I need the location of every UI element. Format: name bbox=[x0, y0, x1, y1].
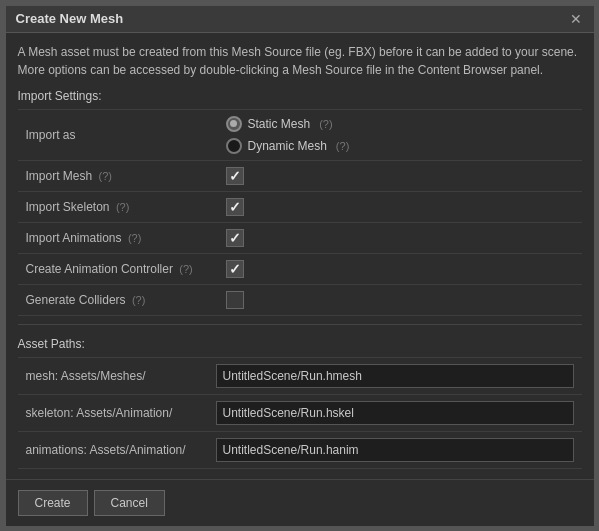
title-bar: Create New Mesh ✕ bbox=[6, 6, 594, 33]
import-animations-help: (?) bbox=[128, 232, 141, 244]
import-mesh-checkbox[interactable]: ✓ bbox=[226, 167, 244, 185]
dialog-footer: Create Cancel bbox=[6, 479, 594, 526]
mesh-path-input-cell bbox=[208, 357, 582, 394]
create-button[interactable]: Create bbox=[18, 490, 88, 516]
static-mesh-radio-row[interactable]: Static Mesh (?) bbox=[226, 116, 574, 132]
asset-paths-section: Asset Paths: mesh: Assets/Meshes/ skelet… bbox=[18, 337, 582, 469]
import-as-label: Import as bbox=[18, 109, 218, 160]
import-skeleton-label-cell: Import Skeleton (?) bbox=[18, 191, 218, 222]
create-animation-controller-label-cell: Create Animation Controller (?) bbox=[18, 253, 218, 284]
skeleton-path-row: skeleton: Assets/Animation/ bbox=[18, 394, 582, 431]
mesh-path-label: mesh: Assets/Meshes/ bbox=[18, 357, 208, 394]
import-mesh-label-cell: Import Mesh (?) bbox=[18, 160, 218, 191]
create-animation-controller-row: Create Animation Controller (?) ✓ bbox=[18, 253, 582, 284]
dynamic-mesh-label: Dynamic Mesh bbox=[248, 139, 327, 153]
dynamic-mesh-radio-row[interactable]: Dynamic Mesh (?) bbox=[226, 138, 574, 154]
import-mesh-checkbox-cell: ✓ bbox=[218, 160, 582, 191]
skeleton-path-input-cell bbox=[208, 394, 582, 431]
skeleton-path-input[interactable] bbox=[216, 401, 574, 425]
import-skeleton-checkbox[interactable]: ✓ bbox=[226, 198, 244, 216]
create-new-mesh-dialog: Create New Mesh ✕ A Mesh asset must be c… bbox=[5, 5, 595, 527]
import-as-row: Import as Static Mesh (?) Dynamic Mesh (… bbox=[18, 109, 582, 160]
generate-colliders-row: Generate Colliders (?) bbox=[18, 284, 582, 315]
animations-path-label: animations: Assets/Animation/ bbox=[18, 431, 208, 468]
static-mesh-radio[interactable] bbox=[226, 116, 242, 132]
create-animation-controller-checkbox[interactable]: ✓ bbox=[226, 260, 244, 278]
dynamic-mesh-radio[interactable] bbox=[226, 138, 242, 154]
close-button[interactable]: ✕ bbox=[568, 11, 584, 27]
import-animations-checkbox-cell: ✓ bbox=[218, 222, 582, 253]
generate-colliders-checkbox[interactable] bbox=[226, 291, 244, 309]
cancel-button[interactable]: Cancel bbox=[94, 490, 165, 516]
generate-colliders-checkbox-cell bbox=[218, 284, 582, 315]
import-skeleton-help: (?) bbox=[116, 201, 129, 213]
import-skeleton-checkbox-cell: ✓ bbox=[218, 191, 582, 222]
import-animations-row: Import Animations (?) ✓ bbox=[18, 222, 582, 253]
static-mesh-help: (?) bbox=[319, 118, 332, 130]
mesh-path-input[interactable] bbox=[216, 364, 574, 388]
asset-paths-table: mesh: Assets/Meshes/ skeleton: Assets/An… bbox=[18, 357, 582, 469]
animations-path-input[interactable] bbox=[216, 438, 574, 462]
static-mesh-label: Static Mesh bbox=[248, 117, 311, 131]
animations-path-input-cell bbox=[208, 431, 582, 468]
import-skeleton-row: Import Skeleton (?) ✓ bbox=[18, 191, 582, 222]
asset-paths-label: Asset Paths: bbox=[18, 337, 582, 351]
import-mesh-help: (?) bbox=[99, 170, 112, 182]
settings-table: Import as Static Mesh (?) Dynamic Mesh (… bbox=[18, 109, 582, 316]
create-animation-controller-checkbox-cell: ✓ bbox=[218, 253, 582, 284]
generate-colliders-help: (?) bbox=[132, 294, 145, 306]
generate-colliders-label-cell: Generate Colliders (?) bbox=[18, 284, 218, 315]
description-text: A Mesh asset must be created from this M… bbox=[18, 43, 582, 79]
create-animation-controller-help: (?) bbox=[179, 263, 192, 275]
skeleton-path-label: skeleton: Assets/Animation/ bbox=[18, 394, 208, 431]
dynamic-mesh-help: (?) bbox=[336, 140, 349, 152]
import-mesh-row: Import Mesh (?) ✓ bbox=[18, 160, 582, 191]
import-settings-label: Import Settings: bbox=[18, 89, 582, 103]
import-as-value: Static Mesh (?) Dynamic Mesh (?) bbox=[218, 109, 582, 160]
animations-path-row: animations: Assets/Animation/ bbox=[18, 431, 582, 468]
dialog-title: Create New Mesh bbox=[16, 11, 124, 26]
import-animations-checkbox[interactable]: ✓ bbox=[226, 229, 244, 247]
import-as-radio-group: Static Mesh (?) Dynamic Mesh (?) bbox=[226, 116, 574, 154]
section-divider bbox=[18, 324, 582, 325]
import-animations-label-cell: Import Animations (?) bbox=[18, 222, 218, 253]
dialog-body: A Mesh asset must be created from this M… bbox=[6, 33, 594, 479]
mesh-path-row: mesh: Assets/Meshes/ bbox=[18, 357, 582, 394]
